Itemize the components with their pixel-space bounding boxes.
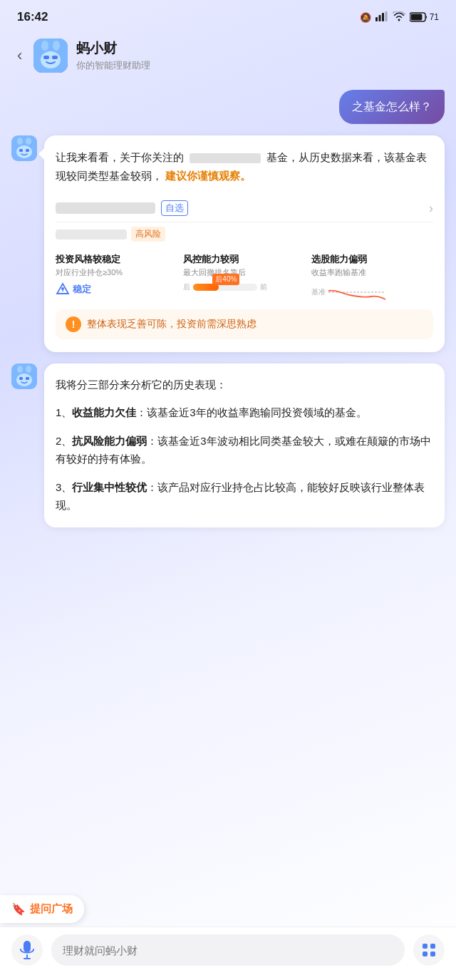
point-1-number: 1、 xyxy=(56,406,72,418)
svg-point-7 xyxy=(41,41,48,51)
banner-text: 提问广场 xyxy=(30,902,73,916)
battery-icon: 71 xyxy=(410,12,439,22)
metric-style-title: 投资风格较稳定 xyxy=(56,253,177,266)
svg-rect-34 xyxy=(430,951,435,956)
status-bar: 16:42 🔕 71 xyxy=(0,0,456,31)
svg-rect-1 xyxy=(378,15,380,21)
point-2-sep: ： xyxy=(147,435,157,447)
analysis-point-1: 1、收益能力欠佳：该基金近3年的收益率跑输同投资领域的基金。 xyxy=(56,403,433,422)
svg-rect-17 xyxy=(26,149,29,152)
svg-point-15 xyxy=(16,145,32,158)
more-button[interactable] xyxy=(413,934,445,966)
bar-label-back: 后 xyxy=(183,282,190,292)
chat-area: 之基金怎么样？ 让我来看 xyxy=(0,83,456,631)
floating-banner[interactable]: 🔖 提问广场 xyxy=(0,895,84,923)
svg-rect-3 xyxy=(385,11,387,21)
ai-response-row: 让我来看看，关于你关注的 基金，从历史数据来看，该基金表现较同类型基金较弱， 建… xyxy=(11,135,445,352)
point-2-title: 抗风险能力偏弱 xyxy=(72,435,147,447)
svg-rect-28 xyxy=(24,941,31,952)
point-2-number: 2、 xyxy=(56,435,72,447)
warning-icon: ! xyxy=(66,316,81,332)
bar-track: 后40% xyxy=(193,284,257,291)
fund-detail-arrow[interactable]: › xyxy=(429,201,433,216)
notification-bell-icon: 🔕 xyxy=(360,12,371,23)
svg-rect-11 xyxy=(52,56,58,59)
ai-card: 让我来看看，关于你关注的 基金，从历史数据来看，该基金表现较同类型基金较弱， 建… xyxy=(44,135,445,352)
ai-avatar-small xyxy=(11,135,37,161)
wifi-icon xyxy=(393,11,405,24)
svg-rect-33 xyxy=(423,951,428,956)
battery-level: 71 xyxy=(430,12,439,22)
warning-banner-text: 整体表现乏善可陈，投资前需深思熟虑 xyxy=(87,318,256,331)
fund-name-area: 自选 xyxy=(56,200,188,216)
fund-watchlist-tag: 自选 xyxy=(161,200,188,216)
metric-risk-subtitle: 最大回撤排名靠后 xyxy=(183,267,305,278)
banner-icon: 🔖 xyxy=(11,902,26,916)
fund-name-blur xyxy=(56,202,155,214)
user-bubble: 之基金怎么样？ xyxy=(339,90,445,124)
svg-point-13 xyxy=(17,138,23,145)
point-3-title: 行业集中性较优 xyxy=(72,481,147,493)
metric-stock: 选股能力偏弱 收益率跑输基准 基准 xyxy=(311,253,433,302)
status-icons: 🔕 71 xyxy=(360,11,439,24)
svg-rect-16 xyxy=(19,149,23,152)
metric-risk-title: 风控能力较弱 xyxy=(183,253,305,266)
svg-rect-5 xyxy=(410,14,422,21)
baseline-label: 基准 xyxy=(311,287,326,297)
bar-label-front: 前 xyxy=(260,282,267,292)
svg-point-25 xyxy=(16,373,32,386)
metric-stock-title: 选股能力偏弱 xyxy=(311,253,433,266)
point-1-body: 该基金近3年的收益率跑输同投资领域的基金。 xyxy=(147,406,366,418)
metric-style-subtitle: 对应行业持仓≥30% xyxy=(56,267,177,278)
svg-point-9 xyxy=(41,51,61,68)
analysis-card: 我将分三部分来分析它的历史表现： 1、收益能力欠佳：该基金近3年的收益率跑输同投… xyxy=(44,363,445,527)
analysis-point-3: 3、行业集中性较优：该产品对应行业持仓占比较高，能较好反映该行业整体表现。 xyxy=(56,478,433,515)
header-info: 蚂小财 你的智能理财助理 xyxy=(76,39,442,72)
metrics-row: 投资风格较稳定 对应行业持仓≥30% 稳定 风控能力较弱 最大回撤排名靠后 xyxy=(56,250,433,302)
metric-risk: 风控能力较弱 最大回撤排名靠后 后 后40% 前 xyxy=(177,253,311,302)
risk-bar: 后 后40% 前 xyxy=(183,282,305,292)
svg-point-24 xyxy=(26,366,31,373)
stable-badge: 稳定 xyxy=(56,282,91,296)
svg-rect-10 xyxy=(43,56,49,59)
ai-main-text: 让我来看看，关于你关注的 基金，从历史数据来看，该基金表现较同类型基金较弱， 建… xyxy=(56,148,433,185)
status-time: 16:42 xyxy=(17,10,48,24)
svg-point-19 xyxy=(61,287,64,290)
ai-avatar-small-2 xyxy=(11,363,37,389)
svg-point-14 xyxy=(26,138,31,145)
analysis-intro: 我将分三部分来分析它的历史表现： xyxy=(56,376,433,393)
metric-style: 投资风格较稳定 对应行业持仓≥30% 稳定 xyxy=(56,253,177,302)
app-name: 蚂小财 xyxy=(76,39,442,58)
point-3-number: 3、 xyxy=(56,481,72,493)
svg-rect-2 xyxy=(382,13,384,21)
svg-rect-0 xyxy=(375,17,378,21)
back-button[interactable]: ‹ xyxy=(14,43,25,68)
analysis-point-2: 2、抗风险能力偏弱：该基金近3年波动相比同类基金较大，或难在颠簸的市场中有较好的… xyxy=(56,432,433,468)
fund-info-row[interactable]: 自选 › xyxy=(56,195,433,222)
point-3-sep: ： xyxy=(147,481,157,493)
point-1-title: 收益能力欠佳 xyxy=(72,406,136,418)
bottom-bar xyxy=(0,927,456,980)
mic-button[interactable] xyxy=(11,934,43,966)
metric-stock-subtitle: 收益率跑输基准 xyxy=(311,267,433,278)
stock-line-chart: 基准 xyxy=(311,282,433,302)
avatar xyxy=(33,38,68,73)
app-subtitle: 你的智能理财助理 xyxy=(76,59,442,72)
fund-risk-row: 高风险 xyxy=(56,227,433,242)
point-1-sep: ： xyxy=(136,406,147,418)
svg-rect-31 xyxy=(423,944,428,949)
warning-banner: ! 整体表现乏善可陈，投资前需深思熟虑 xyxy=(56,309,433,339)
svg-rect-32 xyxy=(430,944,435,949)
stable-label: 稳定 xyxy=(73,283,91,296)
user-message-container: 之基金怎么样？ xyxy=(11,90,445,124)
chat-input[interactable] xyxy=(51,934,405,966)
svg-point-23 xyxy=(17,366,23,373)
svg-rect-26 xyxy=(19,377,23,380)
risk-tag: 高风险 xyxy=(131,227,165,242)
svg-point-8 xyxy=(53,41,60,51)
warning-text: 建议你谨慎观察。 xyxy=(165,170,251,182)
analysis-row: 我将分三部分来分析它的历史表现： 1、收益能力欠佳：该基金近3年的收益率跑输同投… xyxy=(11,363,445,527)
bar-badge: 后40% xyxy=(212,274,239,285)
svg-rect-27 xyxy=(26,377,29,380)
user-message-text: 之基金怎么样？ xyxy=(352,100,432,113)
